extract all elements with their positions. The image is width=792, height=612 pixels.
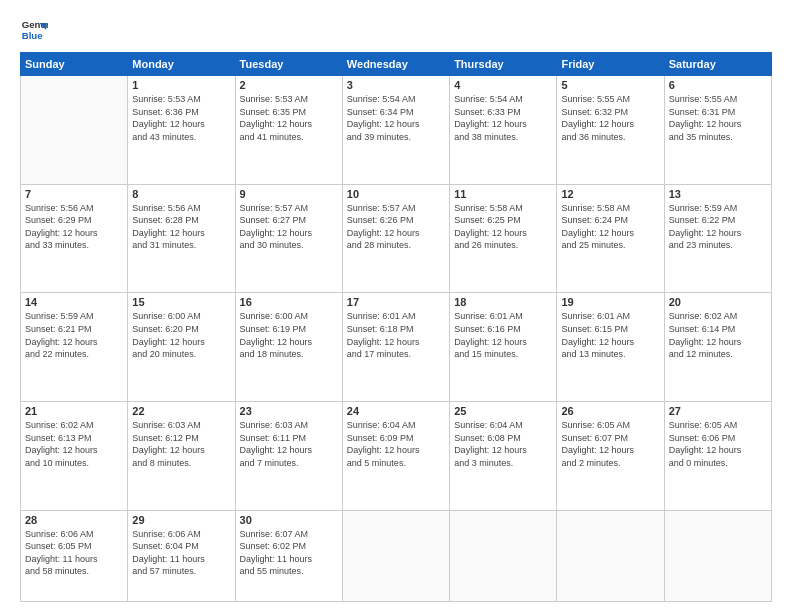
calendar-cell: 11Sunrise: 5:58 AM Sunset: 6:25 PM Dayli… [450, 184, 557, 293]
day-info: Sunrise: 6:00 AM Sunset: 6:19 PM Dayligh… [240, 310, 338, 360]
calendar-cell: 27Sunrise: 6:05 AM Sunset: 6:06 PM Dayli… [664, 401, 771, 510]
calendar-cell: 1Sunrise: 5:53 AM Sunset: 6:36 PM Daylig… [128, 76, 235, 185]
day-number: 27 [669, 405, 767, 417]
calendar-cell: 23Sunrise: 6:03 AM Sunset: 6:11 PM Dayli… [235, 401, 342, 510]
calendar-row-3: 14Sunrise: 5:59 AM Sunset: 6:21 PM Dayli… [21, 293, 772, 402]
day-number: 14 [25, 296, 123, 308]
day-info: Sunrise: 6:06 AM Sunset: 6:05 PM Dayligh… [25, 528, 123, 578]
calendar-cell: 9Sunrise: 5:57 AM Sunset: 6:27 PM Daylig… [235, 184, 342, 293]
day-info: Sunrise: 6:01 AM Sunset: 6:15 PM Dayligh… [561, 310, 659, 360]
day-info: Sunrise: 6:01 AM Sunset: 6:16 PM Dayligh… [454, 310, 552, 360]
day-number: 20 [669, 296, 767, 308]
weekday-header-thursday: Thursday [450, 53, 557, 76]
day-info: Sunrise: 5:58 AM Sunset: 6:25 PM Dayligh… [454, 202, 552, 252]
day-info: Sunrise: 6:07 AM Sunset: 6:02 PM Dayligh… [240, 528, 338, 578]
calendar-cell [450, 510, 557, 601]
day-number: 22 [132, 405, 230, 417]
day-number: 5 [561, 79, 659, 91]
day-number: 23 [240, 405, 338, 417]
day-number: 16 [240, 296, 338, 308]
calendar-row-4: 21Sunrise: 6:02 AM Sunset: 6:13 PM Dayli… [21, 401, 772, 510]
calendar-cell: 18Sunrise: 6:01 AM Sunset: 6:16 PM Dayli… [450, 293, 557, 402]
calendar-cell [664, 510, 771, 601]
weekday-header-saturday: Saturday [664, 53, 771, 76]
day-number: 21 [25, 405, 123, 417]
header: General Blue [20, 16, 772, 44]
calendar-cell: 12Sunrise: 5:58 AM Sunset: 6:24 PM Dayli… [557, 184, 664, 293]
day-info: Sunrise: 5:58 AM Sunset: 6:24 PM Dayligh… [561, 202, 659, 252]
day-number: 10 [347, 188, 445, 200]
calendar: SundayMondayTuesdayWednesdayThursdayFrid… [20, 52, 772, 602]
calendar-cell: 2Sunrise: 5:53 AM Sunset: 6:35 PM Daylig… [235, 76, 342, 185]
weekday-header-row: SundayMondayTuesdayWednesdayThursdayFrid… [21, 53, 772, 76]
day-info: Sunrise: 5:56 AM Sunset: 6:28 PM Dayligh… [132, 202, 230, 252]
calendar-cell: 19Sunrise: 6:01 AM Sunset: 6:15 PM Dayli… [557, 293, 664, 402]
logo: General Blue [20, 16, 48, 44]
day-number: 30 [240, 514, 338, 526]
logo-icon: General Blue [20, 16, 48, 44]
day-number: 19 [561, 296, 659, 308]
day-info: Sunrise: 6:00 AM Sunset: 6:20 PM Dayligh… [132, 310, 230, 360]
day-number: 8 [132, 188, 230, 200]
weekday-header-monday: Monday [128, 53, 235, 76]
calendar-cell: 14Sunrise: 5:59 AM Sunset: 6:21 PM Dayli… [21, 293, 128, 402]
day-number: 28 [25, 514, 123, 526]
day-info: Sunrise: 6:03 AM Sunset: 6:11 PM Dayligh… [240, 419, 338, 469]
calendar-cell: 24Sunrise: 6:04 AM Sunset: 6:09 PM Dayli… [342, 401, 449, 510]
day-number: 3 [347, 79, 445, 91]
day-info: Sunrise: 6:05 AM Sunset: 6:06 PM Dayligh… [669, 419, 767, 469]
day-info: Sunrise: 5:57 AM Sunset: 6:27 PM Dayligh… [240, 202, 338, 252]
day-number: 13 [669, 188, 767, 200]
day-info: Sunrise: 6:04 AM Sunset: 6:08 PM Dayligh… [454, 419, 552, 469]
calendar-cell: 17Sunrise: 6:01 AM Sunset: 6:18 PM Dayli… [342, 293, 449, 402]
weekday-header-wednesday: Wednesday [342, 53, 449, 76]
day-info: Sunrise: 5:53 AM Sunset: 6:36 PM Dayligh… [132, 93, 230, 143]
day-info: Sunrise: 5:59 AM Sunset: 6:21 PM Dayligh… [25, 310, 123, 360]
day-number: 1 [132, 79, 230, 91]
day-info: Sunrise: 5:57 AM Sunset: 6:26 PM Dayligh… [347, 202, 445, 252]
day-number: 2 [240, 79, 338, 91]
calendar-cell [21, 76, 128, 185]
weekday-header-sunday: Sunday [21, 53, 128, 76]
calendar-cell [557, 510, 664, 601]
day-number: 15 [132, 296, 230, 308]
calendar-cell: 20Sunrise: 6:02 AM Sunset: 6:14 PM Dayli… [664, 293, 771, 402]
calendar-row-5: 28Sunrise: 6:06 AM Sunset: 6:05 PM Dayli… [21, 510, 772, 601]
calendar-cell [342, 510, 449, 601]
calendar-cell: 26Sunrise: 6:05 AM Sunset: 6:07 PM Dayli… [557, 401, 664, 510]
day-number: 29 [132, 514, 230, 526]
calendar-cell: 3Sunrise: 5:54 AM Sunset: 6:34 PM Daylig… [342, 76, 449, 185]
day-number: 24 [347, 405, 445, 417]
day-info: Sunrise: 5:59 AM Sunset: 6:22 PM Dayligh… [669, 202, 767, 252]
calendar-cell: 21Sunrise: 6:02 AM Sunset: 6:13 PM Dayli… [21, 401, 128, 510]
day-number: 18 [454, 296, 552, 308]
calendar-cell: 7Sunrise: 5:56 AM Sunset: 6:29 PM Daylig… [21, 184, 128, 293]
calendar-cell: 6Sunrise: 5:55 AM Sunset: 6:31 PM Daylig… [664, 76, 771, 185]
day-number: 4 [454, 79, 552, 91]
day-info: Sunrise: 6:03 AM Sunset: 6:12 PM Dayligh… [132, 419, 230, 469]
day-info: Sunrise: 5:55 AM Sunset: 6:32 PM Dayligh… [561, 93, 659, 143]
weekday-header-tuesday: Tuesday [235, 53, 342, 76]
day-number: 7 [25, 188, 123, 200]
calendar-cell: 30Sunrise: 6:07 AM Sunset: 6:02 PM Dayli… [235, 510, 342, 601]
calendar-cell: 13Sunrise: 5:59 AM Sunset: 6:22 PM Dayli… [664, 184, 771, 293]
day-info: Sunrise: 5:54 AM Sunset: 6:33 PM Dayligh… [454, 93, 552, 143]
calendar-cell: 16Sunrise: 6:00 AM Sunset: 6:19 PM Dayli… [235, 293, 342, 402]
day-info: Sunrise: 5:54 AM Sunset: 6:34 PM Dayligh… [347, 93, 445, 143]
day-number: 9 [240, 188, 338, 200]
day-info: Sunrise: 6:06 AM Sunset: 6:04 PM Dayligh… [132, 528, 230, 578]
day-info: Sunrise: 6:01 AM Sunset: 6:18 PM Dayligh… [347, 310, 445, 360]
calendar-row-1: 1Sunrise: 5:53 AM Sunset: 6:36 PM Daylig… [21, 76, 772, 185]
day-info: Sunrise: 6:04 AM Sunset: 6:09 PM Dayligh… [347, 419, 445, 469]
day-info: Sunrise: 5:55 AM Sunset: 6:31 PM Dayligh… [669, 93, 767, 143]
calendar-cell: 29Sunrise: 6:06 AM Sunset: 6:04 PM Dayli… [128, 510, 235, 601]
day-info: Sunrise: 6:02 AM Sunset: 6:14 PM Dayligh… [669, 310, 767, 360]
calendar-cell: 8Sunrise: 5:56 AM Sunset: 6:28 PM Daylig… [128, 184, 235, 293]
day-number: 6 [669, 79, 767, 91]
calendar-cell: 10Sunrise: 5:57 AM Sunset: 6:26 PM Dayli… [342, 184, 449, 293]
day-info: Sunrise: 6:05 AM Sunset: 6:07 PM Dayligh… [561, 419, 659, 469]
calendar-cell: 22Sunrise: 6:03 AM Sunset: 6:12 PM Dayli… [128, 401, 235, 510]
calendar-cell: 15Sunrise: 6:00 AM Sunset: 6:20 PM Dayli… [128, 293, 235, 402]
day-number: 11 [454, 188, 552, 200]
calendar-cell: 5Sunrise: 5:55 AM Sunset: 6:32 PM Daylig… [557, 76, 664, 185]
